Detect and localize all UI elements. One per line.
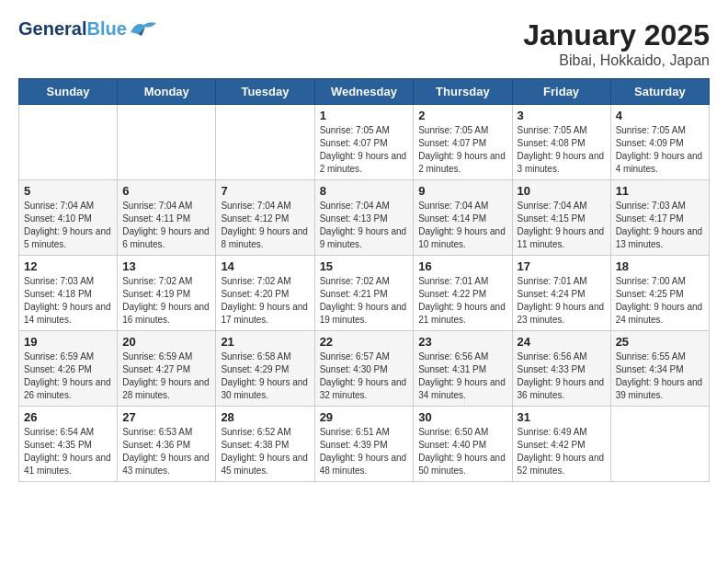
day-number: 15 bbox=[320, 259, 409, 273]
page-subtitle: Bibai, Hokkaido, Japan bbox=[523, 52, 710, 69]
day-info: Sunrise: 7:02 AM Sunset: 4:20 PM Dayligh… bbox=[221, 275, 309, 327]
calendar-day-header: Sunday bbox=[19, 79, 118, 105]
day-info: Sunrise: 7:00 AM Sunset: 4:25 PM Dayligh… bbox=[616, 275, 704, 327]
calendar-table: SundayMondayTuesdayWednesdayThursdayFrid… bbox=[18, 78, 710, 482]
day-number: 18 bbox=[616, 259, 704, 273]
calendar-cell: 10Sunrise: 7:04 AM Sunset: 4:15 PM Dayli… bbox=[512, 180, 610, 256]
day-info: Sunrise: 6:58 AM Sunset: 4:29 PM Dayligh… bbox=[221, 350, 309, 402]
calendar-cell: 22Sunrise: 6:57 AM Sunset: 4:30 PM Dayli… bbox=[314, 331, 414, 407]
day-number: 21 bbox=[221, 335, 309, 349]
calendar-cell: 17Sunrise: 7:01 AM Sunset: 4:24 PM Dayli… bbox=[512, 256, 610, 331]
day-number: 4 bbox=[616, 109, 704, 122]
day-info: Sunrise: 7:04 AM Sunset: 4:15 PM Dayligh… bbox=[518, 200, 606, 251]
day-info: Sunrise: 6:49 AM Sunset: 4:42 PM Dayligh… bbox=[518, 426, 606, 477]
calendar-cell bbox=[19, 105, 118, 180]
calendar-cell: 21Sunrise: 6:58 AM Sunset: 4:29 PM Dayli… bbox=[216, 331, 314, 407]
day-info: Sunrise: 7:04 AM Sunset: 4:10 PM Dayligh… bbox=[24, 200, 112, 251]
day-info: Sunrise: 6:56 AM Sunset: 4:31 PM Dayligh… bbox=[418, 350, 506, 402]
calendar-cell: 29Sunrise: 6:51 AM Sunset: 4:39 PM Dayli… bbox=[314, 407, 414, 482]
day-info: Sunrise: 6:56 AM Sunset: 4:33 PM Dayligh… bbox=[518, 350, 606, 402]
day-info: Sunrise: 6:59 AM Sunset: 4:26 PM Dayligh… bbox=[24, 350, 112, 402]
page-title: January 2025 bbox=[523, 18, 710, 52]
day-info: Sunrise: 6:52 AM Sunset: 4:38 PM Dayligh… bbox=[221, 426, 309, 477]
calendar-cell: 13Sunrise: 7:02 AM Sunset: 4:19 PM Dayli… bbox=[118, 256, 216, 331]
calendar-cell: 19Sunrise: 6:59 AM Sunset: 4:26 PM Dayli… bbox=[19, 331, 118, 407]
day-number: 31 bbox=[518, 410, 606, 424]
day-info: Sunrise: 7:05 AM Sunset: 4:08 PM Dayligh… bbox=[518, 124, 606, 176]
day-number: 6 bbox=[122, 184, 210, 198]
calendar-cell: 31Sunrise: 6:49 AM Sunset: 4:42 PM Dayli… bbox=[512, 407, 610, 482]
logo: GeneralBlue bbox=[18, 18, 158, 39]
calendar-cell: 8Sunrise: 7:04 AM Sunset: 4:13 PM Daylig… bbox=[314, 180, 414, 256]
calendar-header-row: SundayMondayTuesdayWednesdayThursdayFrid… bbox=[19, 79, 710, 105]
calendar-cell bbox=[610, 407, 709, 482]
calendar-week-row: 19Sunrise: 6:59 AM Sunset: 4:26 PM Dayli… bbox=[19, 331, 710, 407]
calendar-cell: 28Sunrise: 6:52 AM Sunset: 4:38 PM Dayli… bbox=[216, 407, 314, 482]
day-number: 12 bbox=[24, 259, 112, 273]
day-number: 5 bbox=[24, 184, 112, 198]
day-info: Sunrise: 7:04 AM Sunset: 4:11 PM Dayligh… bbox=[122, 200, 210, 251]
day-number: 30 bbox=[418, 410, 506, 424]
calendar-cell: 11Sunrise: 7:03 AM Sunset: 4:17 PM Dayli… bbox=[610, 180, 709, 256]
calendar-cell: 3Sunrise: 7:05 AM Sunset: 4:08 PM Daylig… bbox=[512, 105, 610, 180]
day-info: Sunrise: 7:01 AM Sunset: 4:22 PM Dayligh… bbox=[418, 275, 506, 327]
logo-general: GeneralBlue bbox=[18, 18, 127, 39]
day-info: Sunrise: 7:05 AM Sunset: 4:07 PM Dayligh… bbox=[418, 124, 506, 176]
day-number: 1 bbox=[320, 109, 409, 122]
calendar-day-header: Monday bbox=[118, 79, 216, 105]
calendar-cell: 12Sunrise: 7:03 AM Sunset: 4:18 PM Dayli… bbox=[19, 256, 118, 331]
calendar-day-header: Friday bbox=[512, 79, 610, 105]
day-number: 3 bbox=[518, 109, 606, 122]
day-number: 11 bbox=[616, 184, 704, 198]
calendar-day-header: Wednesday bbox=[314, 79, 414, 105]
day-info: Sunrise: 6:54 AM Sunset: 4:35 PM Dayligh… bbox=[24, 426, 112, 477]
calendar-cell: 15Sunrise: 7:02 AM Sunset: 4:21 PM Dayli… bbox=[314, 256, 414, 331]
day-info: Sunrise: 6:57 AM Sunset: 4:30 PM Dayligh… bbox=[320, 350, 409, 402]
day-number: 25 bbox=[616, 335, 704, 349]
day-number: 20 bbox=[122, 335, 210, 349]
calendar-cell: 4Sunrise: 7:05 AM Sunset: 4:09 PM Daylig… bbox=[610, 105, 709, 180]
calendar-week-row: 1Sunrise: 7:05 AM Sunset: 4:07 PM Daylig… bbox=[19, 105, 710, 180]
calendar-cell: 14Sunrise: 7:02 AM Sunset: 4:20 PM Dayli… bbox=[216, 256, 314, 331]
day-number: 2 bbox=[418, 109, 506, 122]
calendar-cell: 16Sunrise: 7:01 AM Sunset: 4:22 PM Dayli… bbox=[414, 256, 512, 331]
day-info: Sunrise: 7:04 AM Sunset: 4:13 PM Dayligh… bbox=[320, 200, 409, 251]
calendar-week-row: 12Sunrise: 7:03 AM Sunset: 4:18 PM Dayli… bbox=[19, 256, 710, 331]
calendar-cell: 2Sunrise: 7:05 AM Sunset: 4:07 PM Daylig… bbox=[414, 105, 512, 180]
title-block: January 2025 Bibai, Hokkaido, Japan bbox=[523, 18, 710, 69]
day-info: Sunrise: 7:02 AM Sunset: 4:21 PM Dayligh… bbox=[320, 275, 409, 327]
day-info: Sunrise: 7:04 AM Sunset: 4:12 PM Dayligh… bbox=[221, 200, 309, 251]
day-info: Sunrise: 7:04 AM Sunset: 4:14 PM Dayligh… bbox=[418, 200, 506, 251]
day-number: 7 bbox=[221, 184, 309, 198]
day-info: Sunrise: 7:03 AM Sunset: 4:17 PM Dayligh… bbox=[616, 200, 704, 251]
day-number: 29 bbox=[320, 410, 409, 424]
day-number: 17 bbox=[518, 259, 606, 273]
calendar-cell: 23Sunrise: 6:56 AM Sunset: 4:31 PM Dayli… bbox=[414, 331, 512, 407]
day-number: 23 bbox=[418, 335, 506, 349]
calendar-cell: 5Sunrise: 7:04 AM Sunset: 4:10 PM Daylig… bbox=[19, 180, 118, 256]
calendar-cell: 27Sunrise: 6:53 AM Sunset: 4:36 PM Dayli… bbox=[118, 407, 216, 482]
calendar-week-row: 26Sunrise: 6:54 AM Sunset: 4:35 PM Dayli… bbox=[19, 407, 710, 482]
calendar-cell: 9Sunrise: 7:04 AM Sunset: 4:14 PM Daylig… bbox=[414, 180, 512, 256]
day-number: 13 bbox=[122, 259, 210, 273]
logo-bird-icon bbox=[129, 19, 158, 38]
day-number: 22 bbox=[320, 335, 409, 349]
day-info: Sunrise: 7:03 AM Sunset: 4:18 PM Dayligh… bbox=[24, 275, 112, 327]
calendar-day-header: Saturday bbox=[610, 79, 709, 105]
calendar-cell: 1Sunrise: 7:05 AM Sunset: 4:07 PM Daylig… bbox=[314, 105, 414, 180]
calendar-cell: 24Sunrise: 6:56 AM Sunset: 4:33 PM Dayli… bbox=[512, 331, 610, 407]
calendar-cell bbox=[216, 105, 314, 180]
calendar-day-header: Tuesday bbox=[216, 79, 314, 105]
day-number: 19 bbox=[24, 335, 112, 349]
calendar-cell bbox=[118, 105, 216, 180]
day-number: 10 bbox=[518, 184, 606, 198]
day-info: Sunrise: 6:50 AM Sunset: 4:40 PM Dayligh… bbox=[418, 426, 506, 477]
day-info: Sunrise: 6:59 AM Sunset: 4:27 PM Dayligh… bbox=[122, 350, 210, 402]
day-info: Sunrise: 7:05 AM Sunset: 4:07 PM Dayligh… bbox=[320, 124, 409, 176]
day-info: Sunrise: 7:05 AM Sunset: 4:09 PM Dayligh… bbox=[616, 124, 704, 176]
day-info: Sunrise: 6:53 AM Sunset: 4:36 PM Dayligh… bbox=[122, 426, 210, 477]
calendar-cell: 25Sunrise: 6:55 AM Sunset: 4:34 PM Dayli… bbox=[610, 331, 709, 407]
day-number: 14 bbox=[221, 259, 309, 273]
day-number: 8 bbox=[320, 184, 409, 198]
page-header: GeneralBlue January 2025 Bibai, Hokkaido… bbox=[18, 18, 710, 69]
